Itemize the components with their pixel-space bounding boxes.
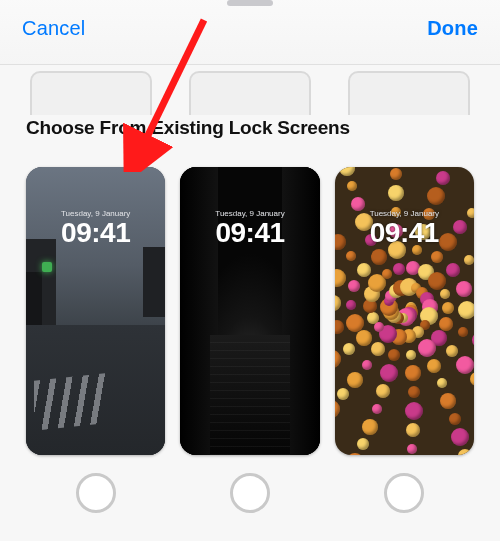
lock-screen-thumbnail[interactable]: Tuesday, 9 January 09:41: [335, 167, 474, 455]
lock-screen-time: 09:41: [26, 217, 165, 249]
content-area: Choose From Existing Lock Screens Tuesda…: [0, 65, 500, 513]
done-button[interactable]: Done: [427, 17, 478, 40]
radio-unselected[interactable]: [384, 473, 424, 513]
selection-indicator-row: [26, 473, 474, 513]
lock-screen-thumbnail[interactable]: Tuesday, 9 January 09:41: [180, 167, 319, 455]
section-title: Choose From Existing Lock Screens: [26, 117, 474, 139]
lock-screen-thumbnail[interactable]: Tuesday, 9 January 09:41: [26, 167, 165, 455]
lock-screen-list: Tuesday, 9 January 09:41 Tuesday, 9 Janu…: [26, 167, 474, 455]
lock-screen-time: 09:41: [335, 217, 474, 249]
sheet-grabber[interactable]: [227, 0, 273, 6]
radio-unselected[interactable]: [76, 473, 116, 513]
navigation-bar: Cancel Done: [0, 0, 500, 65]
cancel-button[interactable]: Cancel: [22, 17, 85, 40]
lock-screen-time: 09:41: [180, 217, 319, 249]
radio-unselected[interactable]: [230, 473, 270, 513]
